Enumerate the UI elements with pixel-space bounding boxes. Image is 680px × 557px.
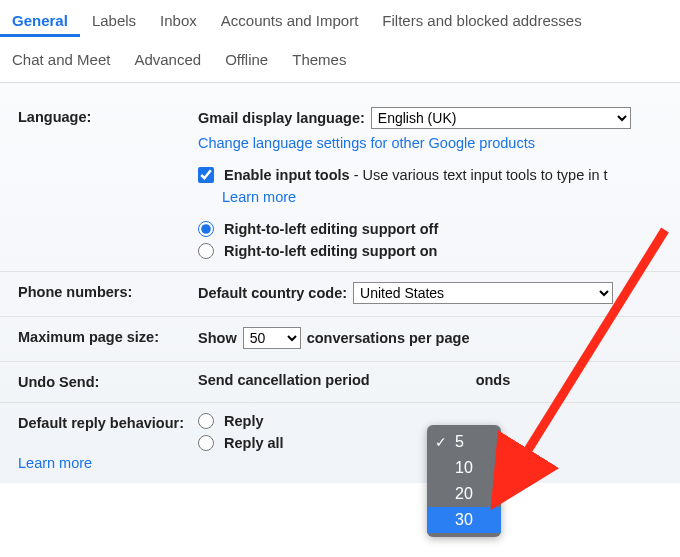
page-size-suffix: conversations per page: [307, 330, 470, 346]
tab-labels[interactable]: Labels: [80, 2, 148, 37]
tab-accounts[interactable]: Accounts and Import: [209, 2, 371, 37]
undo-send-dropdown[interactable]: ✓ 5 10 20 30: [427, 425, 501, 537]
row-undo-send: Undo Send: Send cancellation period onds: [0, 362, 680, 403]
rtl-on-label: Right-to-left editing support on: [224, 243, 437, 259]
rtl-off-label: Right-to-left editing support off: [224, 221, 438, 237]
settings-tabs-row2: Chat and Meet Advanced Offline Themes: [0, 37, 680, 82]
reply-radio[interactable]: [198, 413, 214, 429]
tab-offline[interactable]: Offline: [213, 37, 280, 76]
page-size-show: Show: [198, 330, 237, 346]
row-phone: Phone numbers: Default country code: Uni…: [0, 272, 680, 317]
tab-advanced[interactable]: Advanced: [122, 37, 213, 76]
tab-themes[interactable]: Themes: [280, 37, 358, 76]
rtl-on-radio[interactable]: [198, 243, 214, 259]
dropdown-option-10[interactable]: 10: [427, 455, 501, 481]
cancellation-period-suffix: onds: [476, 372, 511, 388]
enable-input-tools-desc: - Use various text input tools to type i…: [350, 167, 608, 183]
dropdown-option-5[interactable]: ✓ 5: [427, 429, 501, 455]
check-icon: ✓: [435, 434, 447, 450]
reply-all-option-label: Reply all: [224, 435, 284, 451]
row-language: Language: Gmail display language: Englis…: [0, 97, 680, 272]
rtl-off-radio[interactable]: [198, 221, 214, 237]
tab-general[interactable]: General: [0, 2, 80, 37]
display-language-select[interactable]: English (UK): [371, 107, 631, 129]
page-size-select[interactable]: 50: [243, 327, 301, 349]
settings-tabs-row1: General Labels Inbox Accounts and Import…: [0, 0, 680, 37]
enable-input-tools-label: Enable input tools: [224, 167, 350, 183]
default-reply-label: Default reply behaviour:: [18, 413, 198, 431]
settings-body: Language: Gmail display language: Englis…: [0, 82, 680, 483]
language-label: Language:: [18, 107, 198, 125]
undo-send-label: Undo Send:: [18, 372, 198, 390]
change-language-link[interactable]: Change language settings for other Googl…: [198, 135, 535, 151]
page-size-label: Maximum page size:: [18, 327, 198, 345]
cancellation-period-label: Send cancellation period: [198, 372, 370, 388]
enable-input-tools-checkbox[interactable]: [198, 167, 214, 183]
reply-all-radio[interactable]: [198, 435, 214, 451]
reply-learn-more[interactable]: Learn more: [0, 455, 680, 483]
dropdown-option-30[interactable]: 30: [427, 507, 501, 533]
row-default-reply: Default reply behaviour: Reply Reply all: [0, 403, 680, 455]
country-code-select[interactable]: United States: [353, 282, 613, 304]
phone-label: Phone numbers:: [18, 282, 198, 300]
reply-option-label: Reply: [224, 413, 264, 429]
dropdown-option-20[interactable]: 20: [427, 481, 501, 507]
input-tools-learn-more[interactable]: Learn more: [222, 189, 296, 205]
tab-inbox[interactable]: Inbox: [148, 2, 209, 37]
row-page-size: Maximum page size: Show 50 conversations…: [0, 317, 680, 362]
country-code-label: Default country code:: [198, 285, 347, 301]
tab-chat[interactable]: Chat and Meet: [0, 37, 122, 76]
display-language-label: Gmail display language:: [198, 110, 365, 126]
tab-filters[interactable]: Filters and blocked addresses: [370, 2, 593, 37]
